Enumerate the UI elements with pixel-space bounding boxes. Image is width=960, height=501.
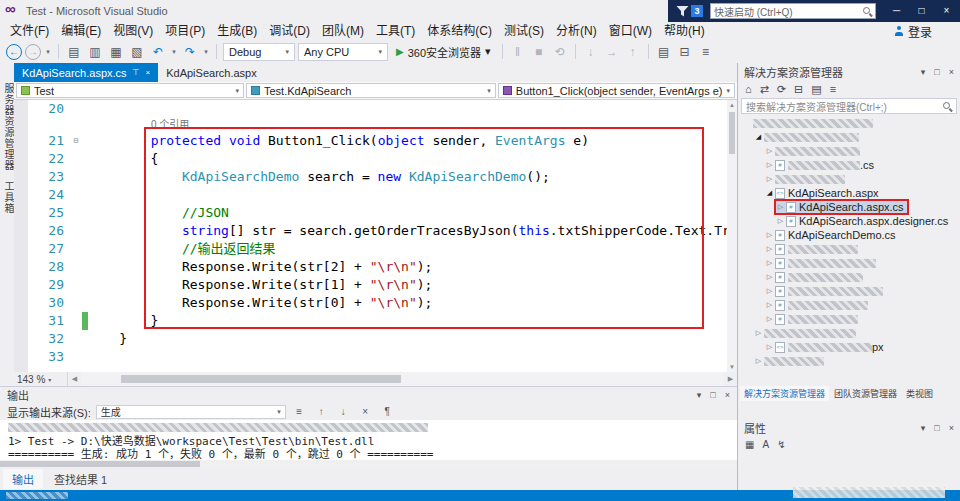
tree-item[interactable] — [738, 116, 960, 130]
menu-item[interactable]: 工具(T) — [370, 22, 421, 40]
close-panel-icon[interactable]: × — [725, 390, 730, 400]
tree-item[interactable]: ◢ — [738, 130, 960, 144]
sync-icon[interactable]: ⇄ — [760, 83, 769, 96]
right-panel-tab[interactable]: 类视图 — [902, 386, 937, 401]
menu-item[interactable]: 生成(B) — [211, 22, 263, 40]
start-debug-button[interactable]: ▶ 360安全浏览器 ▾ — [391, 42, 496, 62]
output-source-select[interactable]: 生成 ▾ — [96, 405, 286, 419]
filter-funnel-icon[interactable] — [676, 5, 689, 18]
type-dropdown[interactable]: Test.KdApiSearch ▾ — [246, 83, 496, 98]
hscrollbar-thumb[interactable] — [121, 375, 401, 383]
configuration-select[interactable]: Debug ▾ — [223, 43, 295, 61]
tree-collapsed-icon[interactable]: ▷ — [775, 217, 786, 225]
tree-item[interactable]: ▷# — [738, 270, 960, 284]
step-into-icon[interactable]: ↓ — [582, 42, 600, 62]
events-icon[interactable]: ↯ — [777, 439, 785, 450]
tree-collapsed-icon[interactable]: ▷ — [764, 231, 775, 239]
navigate-back-icon[interactable]: ← — [6, 44, 22, 60]
pause-icon[interactable]: ‖ — [509, 42, 527, 62]
properties-icon[interactable]: ≡ — [830, 83, 836, 95]
menu-item[interactable]: 调试(D) — [263, 22, 316, 40]
sign-in-button[interactable]: 登录 — [894, 22, 932, 40]
scroll-down-icon[interactable]: ▼ — [727, 362, 737, 372]
menu-item[interactable]: 项目(P) — [159, 22, 211, 40]
step-over-icon[interactable]: → — [603, 42, 621, 62]
undo-dropdown-icon[interactable]: ▾ — [170, 42, 178, 62]
menu-item[interactable]: 测试(S) — [498, 22, 550, 40]
tree-collapsed-icon[interactable]: ▷ — [764, 287, 775, 295]
window-position-icon[interactable]: ▾ — [697, 390, 702, 400]
tree-item[interactable]: ▷ — [738, 354, 960, 368]
save-icon[interactable]: ▦ — [107, 42, 125, 62]
window-position-icon[interactable]: ▾ — [921, 67, 926, 77]
platform-select[interactable]: Any CPU ▾ — [298, 43, 388, 61]
tree-collapsed-icon[interactable]: ▷ — [764, 147, 775, 155]
menu-item[interactable]: 分析(N) — [550, 22, 603, 40]
project-dropdown[interactable]: Test ▾ — [16, 83, 244, 98]
tree-collapsed-icon[interactable]: ▷ — [775, 203, 786, 211]
document-tab[interactable]: KdApiSearch.aspx.cs⊤× — [14, 63, 158, 82]
refresh-icon[interactable]: ⟳ — [777, 83, 786, 96]
stop-icon[interactable]: ■ — [530, 42, 548, 62]
zoom-select[interactable]: 143 % ▾ — [14, 372, 68, 386]
menu-item[interactable]: 文件(F) — [4, 22, 55, 40]
step-out-icon[interactable]: ↑ — [624, 42, 642, 62]
navigation-dropdown-icon[interactable]: ▾ — [44, 42, 52, 62]
tree-collapsed-icon[interactable]: ▷ — [764, 259, 775, 267]
tree-item[interactable]: ▷# — [738, 284, 960, 298]
solution-search-input[interactable]: 搜索解决方案资源管理器(Ctrl+;) — [741, 98, 957, 114]
tree-collapsed-icon[interactable]: ▷ — [764, 245, 775, 253]
maximize-panel-icon[interactable]: □ — [710, 390, 715, 400]
menu-item[interactable]: 体系结构(C) — [421, 22, 498, 40]
close-button[interactable]: × — [934, 0, 959, 22]
code-editor[interactable]: 200 个引用21⊟ protected void Button1_Click(… — [14, 100, 727, 372]
code-line[interactable]: 20 — [14, 100, 727, 118]
tree-collapsed-icon[interactable]: ▷ — [764, 175, 775, 183]
right-panel-tab[interactable]: 团队资源管理器 — [830, 386, 901, 401]
tree-item[interactable]: ▷ — [738, 326, 960, 340]
tree-collapsed-icon[interactable]: ▷ — [764, 301, 775, 309]
bottom-panel-tab[interactable]: 查找结果 1 — [45, 469, 116, 489]
tree-item[interactable]: ▷#KdApiSearchDemo.cs — [738, 228, 960, 242]
undo-icon[interactable]: ↶ — [149, 42, 167, 62]
prev-message-icon[interactable]: ↑ — [313, 406, 330, 417]
home-icon[interactable]: ⌂ — [745, 83, 752, 95]
close-panel-icon[interactable]: × — [949, 423, 954, 433]
scroll-left-icon[interactable]: ◀ — [68, 375, 81, 383]
code-line[interactable]: 33 — [14, 348, 727, 366]
menu-item[interactable]: 编辑(E) — [55, 22, 107, 40]
tree-item[interactable]: ▷#KdApiSearch.aspx.designer.cs — [738, 214, 960, 228]
redo-icon[interactable]: ↷ — [181, 42, 199, 62]
tree-item[interactable]: ▷# — [738, 312, 960, 326]
collapse-regions-icon[interactable]: ⊟ — [676, 42, 694, 62]
line-operations-icon[interactable]: ≡ — [697, 42, 715, 62]
maximize-panel-icon[interactable]: □ — [934, 67, 939, 77]
restart-icon[interactable]: ⟲ — [551, 42, 569, 62]
tree-expanded-icon[interactable]: ◢ — [753, 133, 764, 141]
vscrollbar-thumb[interactable] — [729, 112, 735, 154]
maximize-panel-icon[interactable]: □ — [934, 423, 939, 433]
tree-item[interactable]: ▷#.cs — [738, 158, 960, 172]
redo-dropdown-icon[interactable]: ▾ — [202, 42, 210, 62]
editor-hscrollbar[interactable] — [81, 372, 724, 386]
tree-collapsed-icon[interactable]: ▷ — [764, 343, 775, 351]
tree-expanded-icon[interactable]: ◢ — [764, 189, 775, 197]
quick-launch-input[interactable]: 快速启动 (Ctrl+Q) — [710, 3, 876, 19]
tree-item[interactable]: ◢<>KdApiSearch.aspx — [738, 186, 960, 200]
member-dropdown[interactable]: Button1_Click(object sender, EventArgs e… — [498, 83, 735, 98]
tree-item[interactable]: ▷# — [738, 298, 960, 312]
open-file-icon[interactable]: ▥ — [86, 42, 104, 62]
find-in-files-icon[interactable]: ▤ — [655, 42, 673, 62]
bottom-panel-tab[interactable]: 输出 — [3, 469, 43, 489]
next-message-icon[interactable]: ↓ — [335, 406, 352, 417]
output-hscrollbar-thumb[interactable] — [0, 461, 200, 467]
new-file-icon[interactable]: ▤ — [65, 42, 83, 62]
categorized-icon[interactable]: ▦ — [745, 439, 754, 450]
collapse-all-icon[interactable]: ⊟ — [794, 83, 803, 96]
code-line[interactable]: 32 } — [14, 330, 727, 348]
editor-vscrollbar[interactable]: ▲ ▼ — [727, 100, 737, 372]
fold-collapse-icon[interactable]: ⊟ — [70, 132, 82, 150]
tree-item[interactable]: ▷# — [738, 256, 960, 270]
tree-item[interactable]: ▷ — [738, 144, 960, 158]
tree-item[interactable]: ▷# — [738, 242, 960, 256]
